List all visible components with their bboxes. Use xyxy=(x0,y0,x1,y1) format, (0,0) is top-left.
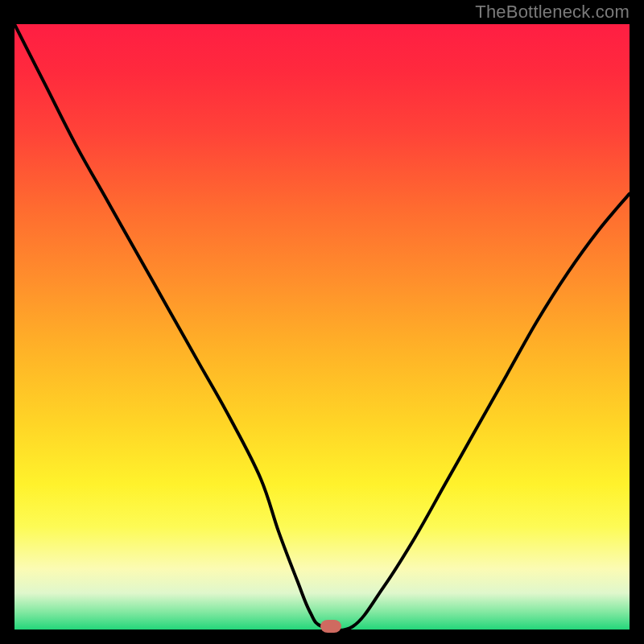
bottleneck-curve xyxy=(14,24,630,630)
watermark-text: TheBottleneck.com xyxy=(475,2,630,23)
curve-svg xyxy=(14,24,630,630)
plot-area xyxy=(14,24,630,630)
chart-frame: TheBottleneck.com xyxy=(0,0,644,644)
min-marker xyxy=(320,620,341,633)
